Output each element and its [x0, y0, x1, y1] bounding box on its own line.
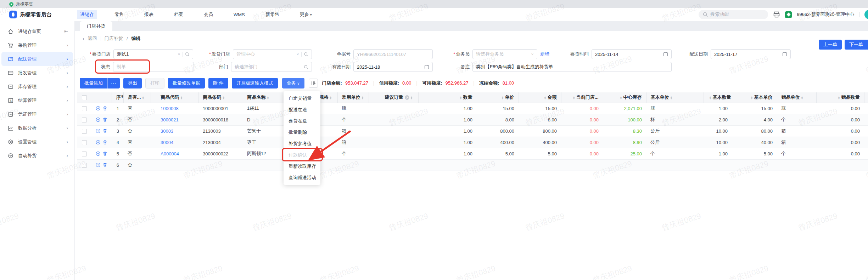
delete-row-icon[interactable] [103, 139, 107, 145]
header-gift-unit[interactable]: 赠品单位▲▼ [777, 92, 816, 103]
add-salesman-link[interactable]: 新增 [540, 51, 549, 57]
nav-item-members[interactable]: 会员 [201, 10, 216, 19]
request-store-select[interactable]: 测试1 ∨ [113, 49, 193, 59]
menu-item-delivery-in-transit[interactable]: 配送在途 [284, 104, 320, 115]
delete-row-icon[interactable] [103, 128, 107, 134]
add-row-icon[interactable] [96, 117, 100, 122]
select-all-checkbox[interactable] [82, 95, 87, 100]
speed-input-mode-button[interactable]: 开启极速输入模式 [232, 78, 278, 88]
department-select[interactable]: 请选择部门 [231, 62, 312, 72]
batch-add-button[interactable]: 批量添加 [80, 78, 107, 88]
avatar[interactable] [864, 10, 868, 19]
clipped-button[interactable] [866, 40, 868, 50]
delete-row-icon[interactable] [103, 162, 107, 168]
menu-item-replenish-reference[interactable]: 补货参考值 [284, 138, 320, 149]
product-code-link[interactable]: 3000021 [161, 117, 179, 122]
calendar-icon[interactable] [663, 52, 668, 57]
header-qty[interactable]: ▲▼数量 [418, 92, 477, 103]
calendar-icon[interactable] [424, 64, 429, 69]
header-price[interactable]: ▲▼单价 [477, 92, 519, 103]
add-row-icon[interactable] [96, 162, 100, 168]
info-icon[interactable]: ? [405, 95, 409, 100]
row-checkbox[interactable] [82, 140, 87, 145]
header-base-price[interactable]: ▲▼基本单价 [732, 92, 777, 103]
menu-item-request-in-transit[interactable]: 要货在途 [284, 115, 320, 127]
request-time-date-input[interactable]: 2025-11-14 [592, 49, 672, 59]
delete-row-icon[interactable] [103, 151, 107, 156]
next-order-button[interactable]: 下一单 [845, 40, 868, 50]
header-cur-store[interactable]: ▲▼当前门店... [561, 92, 603, 103]
menu-item-batch-delete[interactable]: 批量删除 [284, 127, 320, 138]
row-checkbox[interactable] [82, 152, 87, 156]
add-row-icon[interactable] [96, 139, 100, 145]
nav-item-inventory[interactable]: 进销存 [77, 10, 97, 19]
search-icon[interactable] [185, 52, 190, 57]
header-central-stock[interactable]: ▲▼中心库存 [603, 92, 646, 103]
global-search-input[interactable]: 搜索功能 [699, 10, 768, 19]
sidebar-item-purchase[interactable]: 采购管理 › [1, 38, 73, 52]
row-checkbox[interactable] [82, 118, 87, 122]
row-checkbox[interactable] [82, 129, 87, 134]
product-code-link[interactable]: A000004 [161, 151, 179, 156]
app-logo[interactable]: 乐檬零售后台 [0, 11, 75, 18]
ship-store-select[interactable]: 管理中心 ∨ [233, 49, 312, 59]
header-is-gift[interactable]: 是否...▲▼ [123, 92, 151, 103]
chevron-down-icon[interactable]: ∨ [531, 52, 534, 56]
header-base-unit[interactable]: 基本单位▲▼ [646, 92, 704, 103]
export-button[interactable]: 导出 [123, 78, 142, 88]
header-barcode[interactable]: 商品条码▲▼ [198, 92, 243, 103]
menu-item-reload-stock[interactable]: 重新读取库存 [284, 161, 320, 172]
nav-item-reports[interactable]: 报表 [141, 10, 157, 19]
search-icon[interactable] [304, 52, 308, 57]
back-button[interactable]: 返回 [88, 35, 97, 42]
nav-item-wms[interactable]: WMS [230, 11, 248, 19]
chevron-down-icon[interactable]: ∨ [296, 52, 299, 56]
header-amount[interactable]: ▲▼金额 [519, 92, 561, 103]
add-row-icon[interactable] [96, 128, 100, 134]
sidebar-item-inventory-home[interactable]: 进销存首页 ⇤ [1, 24, 73, 38]
printer-icon[interactable] [773, 11, 780, 18]
attachment-button[interactable]: 附 件 [208, 78, 228, 88]
header-name[interactable]: 商品名称▲▼ [243, 92, 284, 103]
nav-item-archives[interactable]: 档案 [171, 10, 186, 19]
calendar-icon[interactable] [782, 52, 787, 57]
sidebar-item-wholesale[interactable]: 批发管理 › [1, 66, 73, 80]
header-code[interactable]: 商品代码▲▼ [151, 92, 198, 103]
delete-row-icon[interactable] [103, 105, 107, 111]
sidebar-item-settings[interactable]: 设置管理 › [1, 135, 73, 149]
delivery-date-input[interactable]: 2025-11-17 [711, 49, 791, 59]
sidebar-item-stock[interactable]: 库存管理 › [1, 80, 73, 93]
sidebar-item-voucher[interactable]: 凭证管理 › [1, 107, 73, 121]
header-suggest[interactable]: 建议订量?▲▼ [369, 92, 418, 103]
add-row-icon[interactable] [96, 105, 100, 111]
search-icon[interactable] [304, 65, 308, 69]
breadcrumb-section[interactable]: 门店补货 [105, 35, 123, 42]
product-code-link[interactable]: 30004 [161, 140, 173, 145]
back-chevron-icon[interactable]: ‹ [83, 36, 84, 41]
sidebar-item-auto-replenish[interactable]: 自动补货 › [1, 149, 73, 162]
header-unit[interactable]: 常用单位▲▼ [337, 92, 369, 103]
product-code-link[interactable]: 1000008 [161, 106, 179, 111]
nav-item-new-retail[interactable]: 新零售 [262, 10, 282, 19]
nav-item-retail[interactable]: 零售 [111, 10, 127, 19]
chevron-down-icon[interactable]: ∨ [178, 52, 180, 56]
collapse-sidebar-icon[interactable]: ⇤ [64, 29, 68, 34]
column-settings-button[interactable] [309, 79, 318, 88]
menu-item-query-gift-activity[interactable]: 查询赠送活动 [284, 172, 320, 183]
salesman-select[interactable]: 请选择业务员 ∨ [472, 49, 537, 59]
header-base-qty[interactable]: ▲▼基本数量 [704, 92, 732, 103]
header-gift-qty[interactable]: ▲▼赠品数量 [816, 92, 864, 103]
account-name[interactable]: 99662-新界面测试-管理中心 [797, 11, 854, 18]
add-row-icon[interactable] [96, 151, 100, 156]
sidebar-item-distribution[interactable]: 配送管理 › [1, 52, 73, 66]
product-code-link[interactable]: 30003 [161, 128, 173, 134]
remark-input[interactable]: 类别【F69条码类】自动生成的补货单 [472, 62, 672, 72]
menu-item-custom-sales[interactable]: 自定义销量 [284, 93, 320, 104]
batch-add-more-button[interactable]: ··· [107, 78, 120, 88]
tab-store-replenishment[interactable]: 门店补货 [80, 21, 112, 31]
sidebar-item-settlement[interactable]: $ 结算管理 › [1, 93, 73, 107]
doc-no-input[interactable]: YH99662012511140107 [353, 49, 433, 59]
batch-edit-button[interactable]: 批量修改单据 [168, 78, 205, 88]
row-checkbox[interactable] [82, 106, 87, 111]
sidebar-item-analytics[interactable]: 数据分析 › [1, 121, 73, 135]
